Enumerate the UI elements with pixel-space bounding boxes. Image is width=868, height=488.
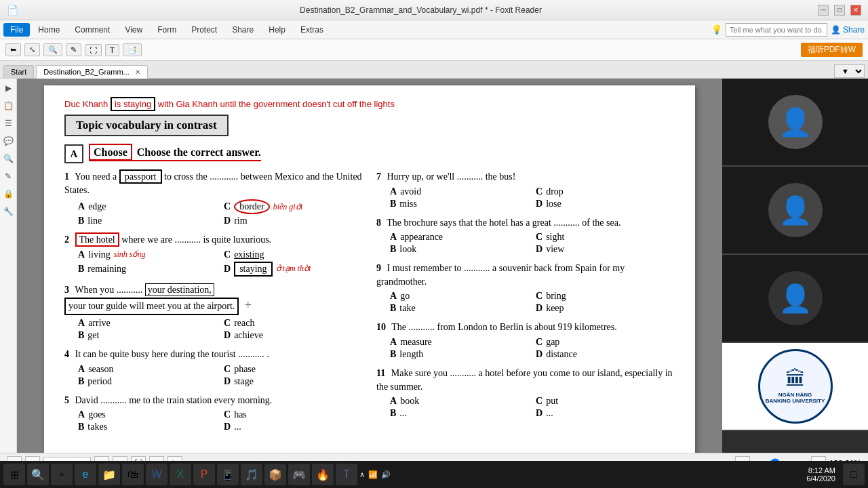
task-view-btn[interactable]: ▫ [51,464,73,485]
q2-answers: A living sinh sống C existing B remainin… [64,249,363,277]
window-icon: 📄 [7,5,18,16]
app2-icon[interactable]: 🎵 [241,464,262,485]
webcam-slot-3: 👤 [722,255,868,343]
explorer-icon[interactable]: 📁 [98,464,120,485]
tab-close-icon[interactable]: ✕ [135,68,140,76]
menu-file[interactable]: File [3,23,30,37]
network-icon[interactable]: 📶 [368,470,378,479]
taskbar-time[interactable]: 8:12 AM 6/4/2020 [806,466,841,483]
menu-home[interactable]: Home [31,23,66,37]
red-banner: Duc Khanh is staying with Gia Khanh unti… [64,99,675,109]
app3-icon[interactable]: 📦 [264,464,286,485]
doc-area: Duc Khanh is staying with Gia Khanh unti… [17,79,722,453]
app5-icon[interactable]: 🔥 [312,464,334,485]
date-display: 6/4/2020 [806,474,835,483]
menu-comment[interactable]: Comment [68,23,117,37]
menu-view[interactable]: View [118,23,149,37]
up-arrow-icon[interactable]: ∧ [359,470,365,479]
toolbar-btn-2[interactable]: ⤡ [24,43,40,56]
toolbar-btn-5[interactable]: ⛶ [85,44,102,56]
menu-form[interactable]: Form [151,23,183,37]
is-staying-box: is staying [111,97,155,111]
tab-document[interactable]: Destination_B2_Gramm... ✕ [36,65,148,79]
q8-answers: A appearance C sight B look D view [376,232,675,255]
q4-text: 4 It can be quite busy here during the t… [64,348,363,361]
excel-icon[interactable]: X [170,464,191,485]
avatar-person-1: 👤 [768,95,823,149]
question-4: 4 It can be quite busy here during the t… [64,348,363,387]
question-5: 5 David ........... me to the train stat… [64,394,363,433]
store-icon[interactable]: 🛍 [122,464,144,485]
menu-help[interactable]: Help [262,23,292,37]
sidebar-tools-icon[interactable]: 🔧 [2,205,14,218]
toolbar-btn-3[interactable]: 🔍 [43,43,62,56]
passport-box: passport [119,169,162,184]
university-logo: 🏛 NGÂN HÀNGBANKING UNIVERSITY [758,349,833,424]
sidebar-nav-icon[interactable]: ▶ [2,82,14,94]
tab-dropdown[interactable]: ▼ [834,64,865,78]
question-3: 3 When you ........... your destination,… [64,283,363,341]
q10-text: 10 The ........... from London to Berlin… [376,321,675,334]
taskbar: ⊞ 🔍 ▫ e 📁 🛍 W X P 📱 🎵 📦 🎮 🔥 T ∧ 📶 🔊 8:12… [0,461,868,488]
close-btn[interactable]: ✕ [850,5,861,16]
orange-banner: 福听PDF转W [801,43,863,57]
toolbar-btn-1[interactable]: ⬅ [5,43,21,56]
toolbar-btn-6[interactable]: T [105,44,119,56]
webcam-slot-2: 👤 [722,167,868,255]
webcam-person-1: 👤 [722,79,868,165]
maximize-btn[interactable]: □ [834,5,845,16]
menu-share[interactable]: Share [225,23,260,37]
sidebar-form-icon[interactable]: ✎ [2,170,14,182]
word-icon[interactable]: W [146,464,167,485]
menu-protect[interactable]: Protect [184,23,224,37]
sidebar-lock-icon[interactable]: 🔒 [2,188,14,200]
sidebar-search-icon[interactable]: 🔍 [2,152,14,165]
start-menu-btn[interactable]: ⊞ [3,464,25,485]
document-page: Duc Khanh is staying with Gia Khanh unti… [44,85,695,453]
right-panel: 👤 👤 👤 🏛 NGÂN HÀNGBANKING UNIVERSITY [722,79,868,453]
banner-rest: with Gia Khanh until the government does… [158,99,395,109]
webcam-slot-1: 👤 [722,79,868,167]
q5-text: 5 David ........... me to the train stat… [64,394,363,407]
topic-header: Topic vocabulary in contrast [64,115,229,136]
toolbar-btn-4[interactable]: ✎ [66,43,81,56]
app4-icon[interactable]: 🎮 [288,464,310,485]
tab-start[interactable]: Start [3,65,34,78]
choose-box: Choose [89,144,132,161]
q9-text: 9 I must remember to ........... a souve… [376,262,675,288]
sound-icon[interactable]: 🔊 [381,470,391,479]
menu-search-area: 💡 👤 Share [711,23,865,37]
destination-box: your destination, [145,283,214,296]
notification-icon[interactable]: □ [843,464,865,485]
share-button[interactable]: 👤 Share [831,25,865,35]
ppt-icon[interactable]: P [193,464,215,485]
q1-answers: A edge C border biên giới B line D rim [64,199,363,226]
search-btn[interactable]: 🔍 [27,464,49,485]
tab-bar: Start Destination_B2_Gramm... ✕ ▼ [0,61,868,79]
question-7: 7 Hurry up, or we'll ........... the bus… [376,170,675,209]
questions-grid: 1 You need a passport to cross the .....… [64,170,675,439]
lightbulb-icon: 💡 [711,24,722,35]
avatar-person-3: 👤 [768,271,823,325]
window-controls: ─ □ ✕ [818,5,861,16]
menu-extras[interactable]: Extras [294,23,330,37]
edge-icon[interactable]: e [75,464,96,485]
staying-box: staying [234,262,272,277]
q11-text: 11 Make sure you ........... a hotel bef… [376,367,675,393]
sidebar-comment-icon[interactable]: 💬 [2,135,14,147]
sidebar-layers-icon[interactable]: ☰ [2,117,14,129]
minimize-btn[interactable]: ─ [818,5,829,16]
instruction: A Choose Choose the correct answer. [64,144,675,163]
sidebar-bookmark-icon[interactable]: 📋 [2,100,14,112]
q7-text: 7 Hurry up, or we'll ........... the bus… [376,170,675,184]
question-8: 8 The brochure says that the hotel has a… [376,216,675,256]
webcam-person-3: 👤 [722,255,868,342]
teams-icon[interactable]: T [336,464,357,485]
menu-search-input[interactable] [726,23,827,37]
left-questions: 1 You need a passport to cross the .....… [64,170,363,439]
menu-bar: File Home Comment View Form Protect Shar… [0,20,868,39]
app1-icon[interactable]: 📱 [217,464,239,485]
q8-text: 8 The brochure says that the hotel has a… [376,216,675,230]
toolbar-btn-7[interactable]: 📑 [123,43,142,56]
webcam-person-2: 👤 [722,167,868,253]
